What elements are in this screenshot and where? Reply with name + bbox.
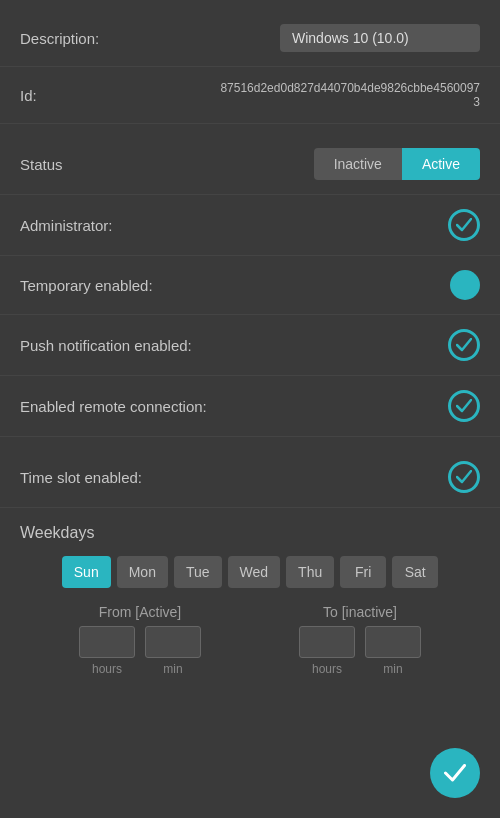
from-min-label: min — [163, 662, 182, 676]
administrator-check-icon[interactable] — [448, 209, 480, 241]
from-hours-label: hours — [92, 662, 122, 676]
day-sun-button[interactable]: Sun — [62, 556, 111, 588]
time-slot-check-icon[interactable] — [448, 461, 480, 493]
temporary-enabled-row: Temporary enabled: — [0, 256, 500, 315]
day-mon-button[interactable]: Mon — [117, 556, 168, 588]
from-min-input[interactable] — [145, 626, 201, 658]
day-fri-button[interactable]: Fri — [340, 556, 386, 588]
id-label: Id: — [20, 87, 37, 104]
day-thu-button[interactable]: Thu — [286, 556, 334, 588]
status-toggle: Inactive Active — [314, 148, 480, 180]
temporary-enabled-dot-icon[interactable] — [450, 270, 480, 300]
from-hours-input[interactable] — [79, 626, 135, 658]
from-time-group: From [Active] hours min — [79, 604, 201, 676]
from-min-wrap: min — [145, 626, 201, 676]
to-label: To [inactive] — [323, 604, 397, 620]
id-row: Id: 87516d2ed0d827d44070b4de9826cbbe4560… — [0, 67, 500, 124]
to-min-label: min — [383, 662, 402, 676]
day-tue-button[interactable]: Tue — [174, 556, 222, 588]
status-active-button[interactable]: Active — [402, 148, 480, 180]
save-btn-container — [430, 748, 480, 798]
to-hours-label: hours — [312, 662, 342, 676]
temporary-enabled-label: Temporary enabled: — [20, 277, 153, 294]
from-hours-wrap: hours — [79, 626, 135, 676]
time-range: From [Active] hours min To [inactive] — [20, 604, 480, 676]
remote-connection-check-icon[interactable] — [448, 390, 480, 422]
day-wed-button[interactable]: Wed — [228, 556, 281, 588]
to-min-wrap: min — [365, 626, 421, 676]
status-label: Status — [20, 156, 63, 173]
description-row: Description: Windows 10 (10.0) — [0, 10, 500, 67]
to-min-input[interactable] — [365, 626, 421, 658]
weekdays-title: Weekdays — [20, 524, 480, 542]
remote-connection-label: Enabled remote connection: — [20, 398, 207, 415]
id-value: 87516d2ed0d827d44070b4de9826cbbe45600973 — [220, 81, 480, 109]
weekday-buttons: Sun Mon Tue Wed Thu Fri Sat — [20, 556, 480, 588]
to-hours-wrap: hours — [299, 626, 355, 676]
push-notification-check-icon[interactable] — [448, 329, 480, 361]
day-sat-button[interactable]: Sat — [392, 556, 438, 588]
remote-connection-row: Enabled remote connection: — [0, 376, 500, 437]
status-inactive-button[interactable]: Inactive — [314, 148, 402, 180]
administrator-row: Administrator: — [0, 195, 500, 256]
from-time-inputs: hours min — [79, 626, 201, 676]
push-notification-row: Push notification enabled: — [0, 315, 500, 376]
save-button[interactable] — [430, 748, 480, 798]
form-container: Description: Windows 10 (10.0) Id: 87516… — [0, 0, 500, 686]
push-notification-label: Push notification enabled: — [20, 337, 192, 354]
to-time-group: To [inactive] hours min — [299, 604, 421, 676]
description-value: Windows 10 (10.0) — [280, 24, 480, 52]
administrator-label: Administrator: — [20, 217, 113, 234]
status-row: Status Inactive Active — [0, 134, 500, 195]
time-slot-label: Time slot enabled: — [20, 469, 142, 486]
to-hours-input[interactable] — [299, 626, 355, 658]
weekdays-section: Weekdays Sun Mon Tue Wed Thu Fri Sat Fro… — [0, 508, 500, 686]
time-slot-row: Time slot enabled: — [0, 447, 500, 508]
to-time-inputs: hours min — [299, 626, 421, 676]
description-label: Description: — [20, 30, 99, 47]
from-label: From [Active] — [99, 604, 181, 620]
